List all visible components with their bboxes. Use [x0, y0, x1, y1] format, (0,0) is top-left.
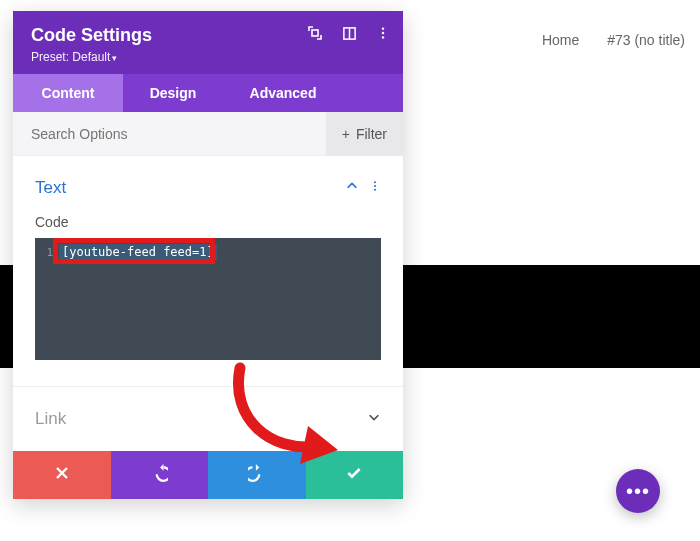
- preset-label: Preset: Default: [31, 50, 110, 64]
- section-text-title: Text: [35, 178, 66, 198]
- code-shortcode: [youtube-feed feed=1]: [59, 244, 217, 260]
- breadcrumb: Home #73 (no title): [518, 32, 685, 48]
- preset-selector[interactable]: Preset: Default▾: [31, 50, 385, 64]
- section-more-icon[interactable]: [369, 179, 381, 197]
- options-bar: + Filter: [13, 112, 403, 156]
- breadcrumb-home[interactable]: Home: [542, 32, 579, 48]
- cancel-button[interactable]: [13, 451, 111, 499]
- svg-point-7: [374, 185, 376, 187]
- columns-icon[interactable]: [341, 25, 357, 41]
- chevron-down-icon: [367, 409, 381, 429]
- code-field-label: Code: [35, 214, 381, 230]
- panel-tabs: Content Design Advanced: [13, 74, 403, 112]
- plus-icon: +: [342, 126, 350, 142]
- search-options-input[interactable]: [31, 126, 326, 142]
- section-link-title: Link: [35, 409, 66, 429]
- close-icon: [54, 465, 70, 485]
- breadcrumb-current[interactable]: #73 (no title): [607, 32, 685, 48]
- svg-point-4: [382, 32, 384, 34]
- undo-button[interactable]: [111, 451, 209, 499]
- chevron-up-icon[interactable]: [345, 179, 359, 197]
- svg-rect-0: [312, 30, 318, 36]
- redo-button[interactable]: [208, 451, 306, 499]
- fab-more-button[interactable]: •••: [616, 469, 660, 513]
- save-button[interactable]: [306, 451, 404, 499]
- page-canvas: Home #73 (no title) Code Settings Preset…: [0, 0, 700, 541]
- redo-icon: [248, 464, 266, 486]
- code-editor[interactable]: 1 [youtube-feed feed=1]: [35, 238, 381, 360]
- code-line-number: 1: [43, 246, 53, 259]
- undo-icon: [150, 464, 168, 486]
- check-icon: [345, 464, 363, 486]
- tab-advanced[interactable]: Advanced: [223, 74, 343, 112]
- filter-button[interactable]: + Filter: [326, 112, 403, 156]
- section-link-header[interactable]: Link: [13, 387, 403, 451]
- svg-point-8: [374, 189, 376, 191]
- section-text-header[interactable]: Text: [35, 170, 381, 208]
- more-vert-icon[interactable]: [375, 25, 391, 41]
- expand-icon[interactable]: [307, 25, 323, 41]
- dots-horizontal-icon: •••: [626, 480, 650, 503]
- svg-point-6: [374, 181, 376, 183]
- tab-content[interactable]: Content: [13, 74, 123, 112]
- options-body: Text Code 1 [youtube-feed feed=1]: [13, 156, 403, 387]
- settings-panel: Code Settings Preset: Default▾ Content D…: [13, 11, 403, 499]
- svg-point-5: [382, 36, 384, 38]
- panel-footer: [13, 451, 403, 499]
- caret-down-icon: ▾: [112, 53, 117, 63]
- panel-header: Code Settings Preset: Default▾: [13, 11, 403, 74]
- filter-label: Filter: [356, 126, 387, 142]
- svg-point-3: [382, 27, 384, 29]
- tab-design[interactable]: Design: [123, 74, 223, 112]
